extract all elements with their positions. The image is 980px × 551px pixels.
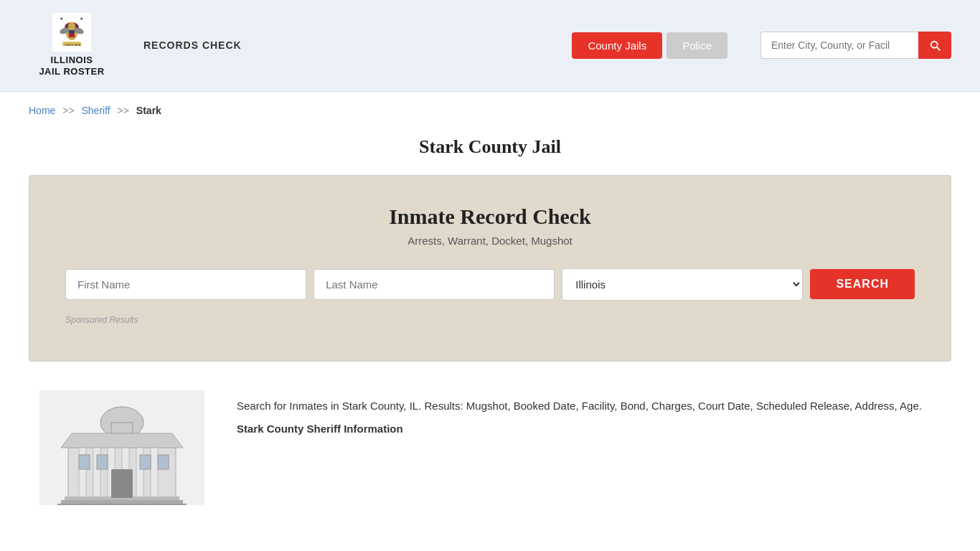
svg-marker-16 [61,433,183,448]
state-select[interactable]: Illinois Alabama Alaska Arizona [562,268,803,301]
inmate-search-fields: Illinois Alabama Alaska Arizona SEARCH [65,268,915,301]
police-button[interactable]: Police [666,32,727,59]
inmate-search-title: Inmate Record Check [65,204,915,229]
bottom-sub-heading: Stark County Sheriff Information [237,420,951,438]
bottom-description: Search for Inmates in Stark County, IL. … [237,397,951,415]
svg-rect-29 [140,455,151,469]
logo-flag-icon: ★ ★ STATE SEAL [52,13,91,52]
search-icon [928,39,941,52]
logo-text: ILLINOISJAIL ROSTER [39,55,104,78]
courthouse-image [29,390,215,508]
svg-rect-24 [61,500,183,504]
svg-rect-28 [97,455,108,469]
header-search-bar [760,32,951,59]
svg-text:★: ★ [60,17,63,21]
inmate-search-subtitle: Arrests, Warrant, Docket, Mugshot [65,235,915,247]
bottom-description-area: Search for Inmates in Stark County, IL. … [237,390,951,445]
county-jails-button[interactable]: County Jails [572,32,662,59]
site-logo[interactable]: ★ ★ STATE SEAL ILLINOISJAIL ROSTER [29,13,115,78]
first-name-input[interactable] [65,269,306,300]
svg-text:STATE SEAL: STATE SEAL [65,43,82,47]
courthouse-svg [39,390,204,505]
breadcrumb-sep-2: >> [118,105,129,116]
svg-rect-30 [158,455,169,469]
page-title: Stark County Jail [0,136,980,158]
svg-rect-25 [57,504,187,505]
svg-rect-22 [151,448,158,498]
breadcrumb-sheriff[interactable]: Sheriff [82,105,110,116]
svg-rect-7 [69,30,75,34]
breadcrumb-home[interactable]: Home [29,105,55,116]
sponsored-label: Sponsored Results [65,315,915,325]
svg-rect-14 [111,423,133,433]
breadcrumb: Home >> Sheriff >> Stark [0,92,980,122]
header-search-input[interactable] [760,32,918,59]
header-search-button[interactable] [918,32,951,59]
bottom-section: Search for Inmates in Stark County, IL. … [0,383,980,529]
breadcrumb-sep-1: >> [62,105,74,116]
inmate-search-section: Inmate Record Check Arrests, Warrant, Do… [29,175,951,362]
site-header: ★ ★ STATE SEAL ILLINOISJAIL ROSTER RECOR… [0,0,980,92]
breadcrumb-current: Stark [136,105,161,116]
last-name-input[interactable] [314,269,555,300]
svg-text:★: ★ [80,17,83,21]
inmate-search-button[interactable]: SEARCH [810,269,915,299]
nav-buttons: County Jails Police [572,32,727,59]
svg-point-3 [68,22,75,29]
svg-rect-26 [111,469,133,498]
svg-rect-27 [79,455,90,469]
records-check-link[interactable]: RECORDS CHECK [143,39,242,51]
